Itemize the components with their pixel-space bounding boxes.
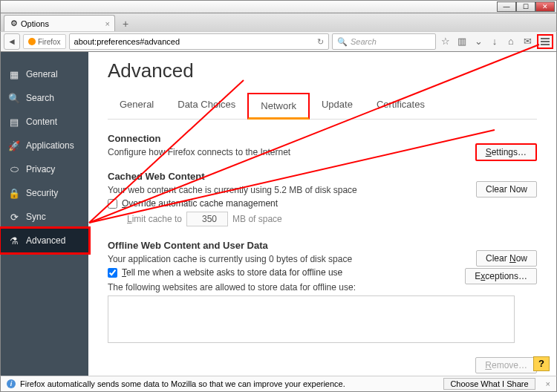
status-close-icon[interactable]: ×: [546, 379, 550, 388]
sidebar-label: General: [26, 69, 58, 79]
identity-label: Firefox: [38, 38, 61, 46]
help-button[interactable]: ?: [533, 356, 550, 371]
window-minimize-button[interactable]: —: [497, 1, 516, 12]
offline-section: Offline Web Content and User Data Your a…: [108, 240, 537, 343]
window-titlebar: — ☐ ✕: [0, 0, 557, 13]
preferences-main: Advanced General Data Choices Network Up…: [88, 52, 556, 377]
sidebar-label: Applications: [26, 140, 74, 151]
status-bar: i Firefox automatically sends some data …: [0, 376, 557, 392]
exceptions-button[interactable]: Exceptions…: [465, 268, 537, 284]
advanced-subtabs: General Data Choices Network Update Cert…: [108, 93, 537, 120]
override-cache-checkbox[interactable]: Override automatic cache management: [108, 198, 537, 209]
cache-section: Cached Web Content Your web content cach…: [108, 171, 537, 226]
pocket-icon[interactable]: ⌄: [472, 35, 485, 48]
status-message: Firefox automatically sends some data to…: [20, 379, 345, 388]
window-close-button[interactable]: ✕: [535, 1, 555, 12]
search-placeholder: Search: [351, 37, 377, 46]
sidebar-label: Content: [26, 117, 57, 127]
offline-sites-list[interactable]: [108, 295, 515, 343]
connection-section: Connection Configure how Firefox connect…: [108, 133, 537, 157]
cache-desc: Your web content cache is currently usin…: [108, 185, 537, 195]
tab-certificates[interactable]: Certificates: [365, 93, 437, 119]
preferences-sidebar: ▦General 🔍Search ▤Content 🚀Applications …: [1, 52, 88, 377]
site-identity-badge[interactable]: Firefox: [23, 34, 66, 49]
sidebar-label: Privacy: [26, 164, 55, 174]
home-icon[interactable]: ⌂: [504, 35, 518, 48]
sidebar-item-applications[interactable]: 🚀Applications: [1, 134, 88, 157]
tab-strip: ⚙ Options × +: [0, 13, 557, 31]
limit-cache-row: Limit cache to MB of space: [127, 212, 537, 226]
privacy-icon: ⬭: [8, 163, 20, 175]
url-text: about:preferences#advanced: [74, 37, 180, 46]
sidebar-label: Sync: [26, 212, 46, 222]
cache-heading: Cached Web Content: [108, 171, 537, 182]
tab-title: Options: [21, 19, 49, 28]
remove-button: Remove…: [475, 357, 537, 373]
browser-tab-options[interactable]: ⚙ Options ×: [4, 15, 115, 31]
tab-data-choices[interactable]: Data Choices: [166, 93, 247, 119]
connection-desc: Configure how Firefox connects to the In…: [108, 147, 537, 157]
sidebar-item-security[interactable]: 🔒Security: [1, 181, 88, 205]
reload-icon[interactable]: ↻: [317, 37, 324, 47]
applications-icon: 🚀: [8, 140, 20, 151]
tab-close-icon[interactable]: ×: [105, 19, 110, 28]
sidebar-label: Search: [26, 93, 54, 103]
limit-cache-suffix: MB of space: [232, 214, 282, 224]
sync-icon: ⟳: [8, 211, 20, 223]
connection-heading: Connection: [108, 133, 537, 144]
sidebar-label: Advanced: [26, 235, 65, 246]
sidebar-item-search[interactable]: 🔍Search: [1, 86, 88, 110]
search-icon: 🔍: [8, 92, 20, 104]
tab-update[interactable]: Update: [310, 93, 365, 119]
sidebar-item-privacy[interactable]: ⬭Privacy: [1, 157, 88, 181]
advanced-icon: ⚗: [8, 235, 20, 246]
content-icon: ▤: [8, 116, 20, 128]
downloads-icon[interactable]: ↓: [488, 35, 501, 48]
limit-cache-input: [186, 212, 228, 226]
back-button[interactable]: ◄: [4, 33, 20, 50]
info-icon: i: [7, 379, 16, 388]
sidebar-label: Security: [26, 188, 58, 198]
tab-network[interactable]: Network: [247, 93, 310, 120]
new-tab-button[interactable]: +: [118, 18, 133, 31]
tell-me-input[interactable]: [108, 268, 117, 278]
search-icon: 🔍: [337, 37, 348, 47]
menu-button[interactable]: [537, 34, 553, 49]
cache-clear-button[interactable]: Clear Now: [476, 181, 537, 197]
sidebar-item-content[interactable]: ▤Content: [1, 110, 88, 134]
search-bar[interactable]: 🔍 Search: [332, 33, 436, 50]
offline-clear-button[interactable]: Clear Now: [476, 250, 537, 267]
bookmark-star-icon[interactable]: ☆: [439, 35, 452, 48]
url-bar[interactable]: about:preferences#advanced ↻: [69, 33, 329, 50]
offline-desc: Your application cache is currently usin…: [108, 254, 537, 264]
chat-icon[interactable]: ✉: [521, 35, 534, 48]
tab-general[interactable]: General: [108, 93, 166, 119]
connection-settings-button[interactable]: Settings…: [475, 143, 537, 161]
offline-heading: Offline Web Content and User Data: [108, 240, 537, 251]
reader-icon[interactable]: ▥: [455, 35, 469, 48]
window-maximize-button[interactable]: ☐: [516, 1, 535, 12]
gear-icon: ⚙: [10, 19, 18, 28]
sidebar-item-sync[interactable]: ⟳Sync: [1, 205, 88, 229]
override-cache-input[interactable]: [108, 199, 117, 209]
sidebar-item-advanced[interactable]: ⚗Advanced: [0, 226, 91, 255]
choose-share-button[interactable]: Choose What I Share: [443, 378, 535, 390]
page-title: Advanced: [108, 59, 537, 82]
lock-icon: 🔒: [8, 187, 20, 199]
general-icon: ▦: [8, 68, 20, 80]
sidebar-item-general[interactable]: ▦General: [1, 62, 88, 86]
navigation-toolbar: ◄ Firefox about:preferences#advanced ↻ 🔍…: [0, 31, 557, 52]
firefox-icon: [28, 38, 36, 45]
